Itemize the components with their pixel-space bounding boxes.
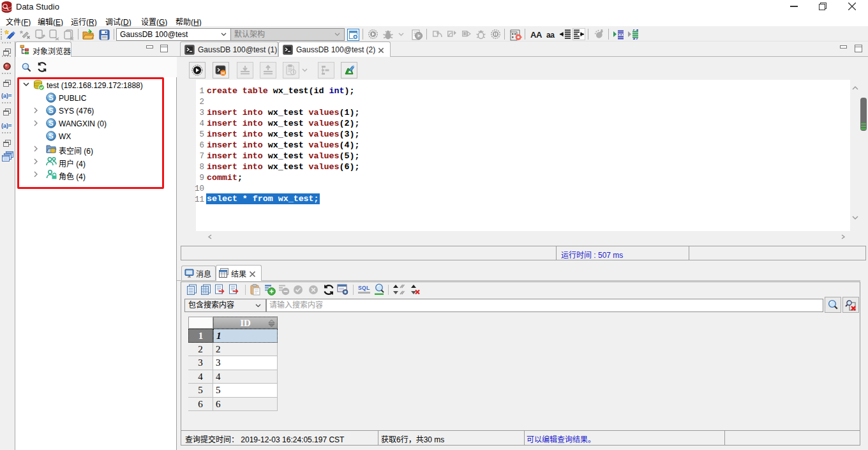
svg-text:H: H bbox=[221, 70, 225, 76]
svg-text:S: S bbox=[49, 119, 53, 127]
svg-text:S: S bbox=[49, 132, 53, 140]
svg-text:S: S bbox=[49, 107, 53, 114]
svg-text:S: S bbox=[49, 94, 53, 101]
